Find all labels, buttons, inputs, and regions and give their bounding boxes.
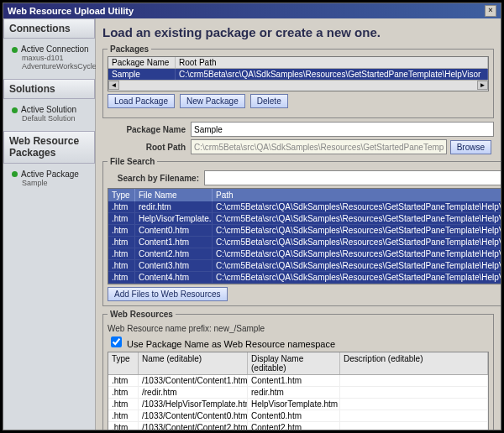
- packages-scrollbar[interactable]: ◄ ►: [108, 80, 488, 91]
- web-resources-grid[interactable]: Type Name (editable) Display Name (edita…: [108, 352, 489, 430]
- connection-server: maxus-d101: [12, 54, 92, 62]
- close-icon[interactable]: ×: [485, 5, 496, 17]
- package-value: Sample: [12, 179, 92, 187]
- file-row[interactable]: .htmHelpVisorTemplate.htmC:\crm5Beta\src…: [108, 213, 501, 225]
- file-row[interactable]: .htmContent0.htmC:\crm5Beta\src\QA\SdkSa…: [108, 225, 501, 237]
- app-window: Web Resource Upload Utility × Connection…: [3, 3, 501, 430]
- package-name-input[interactable]: [191, 122, 494, 137]
- wr-row[interactable]: .htm/redir.htmredir.htm: [108, 387, 488, 399]
- sidebar-connections-body: Active Connection maxus-d101 AdventureWo…: [3, 39, 95, 79]
- package-row[interactable]: Sample C:\crm5Beta\src\QA\SdkSamples\Res…: [108, 69, 488, 80]
- delete-package-button[interactable]: Delete: [250, 94, 288, 108]
- pkg-col-name: Package Name: [108, 57, 176, 68]
- main-panel: Load an existing package or create a new…: [96, 18, 501, 430]
- root-path-label: Root Path: [102, 143, 191, 152]
- sidebar-packages-header[interactable]: Web Resource Packages: [3, 131, 95, 164]
- file-search-legend: File Search: [108, 157, 157, 166]
- scroll-left-icon[interactable]: ◄: [108, 81, 119, 90]
- use-namespace-label: Use Package Name as Web Resource namespa…: [127, 339, 335, 349]
- root-path-input: [191, 139, 447, 154]
- status-dot-icon: [12, 107, 18, 113]
- package-name-label: Package Name: [102, 125, 191, 134]
- file-search-group: File Search Search by Filename: Search T…: [102, 157, 501, 306]
- file-row[interactable]: .htmContent2.htmC:\crm5Beta\src\QA\SdkSa…: [108, 248, 501, 260]
- sidebar-connections-header[interactable]: Connections: [3, 18, 95, 39]
- packages-legend: Packages: [108, 44, 151, 54]
- sidebar-packages-body: Active Package Sample: [3, 164, 95, 196]
- sidebar-solutions-header[interactable]: Solutions: [3, 79, 95, 99]
- status-dot-icon: [12, 47, 18, 53]
- file-search-grid[interactable]: Type File Name Path .htmredir.htmC:\crm5…: [108, 188, 501, 284]
- wr-row[interactable]: .htm/1033/Content/Content2.htmContent2.h…: [108, 422, 488, 430]
- connection-org: AdventureWorksCycle: [12, 62, 92, 70]
- web-resources-legend: Web Resources: [108, 310, 176, 319]
- active-solution-label: Active Solution: [21, 105, 76, 114]
- file-row[interactable]: .htmContent3.htmC:\crm5Beta\src\QA\SdkSa…: [108, 260, 501, 272]
- wr-row[interactable]: .htm/1033/Content/Content1.htmContent1.h…: [108, 375, 488, 387]
- titlebar: Web Resource Upload Utility ×: [3, 3, 501, 18]
- sidebar-solutions-body: Active Solution Default Solution: [3, 99, 95, 131]
- use-namespace-checkbox[interactable]: [111, 336, 122, 347]
- add-files-button[interactable]: Add Files to Web Resources: [108, 287, 228, 301]
- search-label: Search by Filename:: [108, 174, 204, 183]
- wr-row[interactable]: .htm/1033/HelpVisorTemplate.htmHelpVisor…: [108, 399, 488, 410]
- web-resources-group: Web Resources Web Resource name prefix: …: [102, 310, 494, 430]
- wr-prefix-note: Web Resource name prefix: new_/Sample: [108, 324, 489, 333]
- solution-value: Default Solution: [12, 114, 92, 123]
- active-package-label: Active Package: [21, 170, 79, 179]
- wr-row[interactable]: .htm/1033/Content/Content0.htmContent0.h…: [108, 410, 488, 422]
- file-row[interactable]: .htmredir.htmC:\crm5Beta\src\QA\SdkSampl…: [108, 201, 501, 213]
- page-title: Load an existing package or create a new…: [102, 25, 494, 39]
- search-input[interactable]: [204, 170, 501, 185]
- browse-button[interactable]: Browse: [450, 140, 491, 154]
- status-dot-icon: [12, 171, 18, 177]
- packages-group: Packages Package Name Root Path Sample C…: [102, 44, 494, 118]
- pkg-col-root: Root Path: [176, 57, 488, 68]
- active-connection-label: Active Connection: [21, 44, 89, 54]
- sidebar: Connections Active Connection maxus-d101…: [3, 18, 96, 430]
- file-row[interactable]: .htmContent1.htmC:\crm5Beta\src\QA\SdkSa…: [108, 237, 501, 248]
- new-package-button[interactable]: New Package: [180, 94, 245, 108]
- packages-grid[interactable]: Package Name Root Path Sample C:\crm5Bet…: [108, 56, 489, 91]
- scroll-right-icon[interactable]: ►: [477, 81, 488, 90]
- load-package-button[interactable]: Load Package: [108, 94, 175, 108]
- file-row[interactable]: .htmContent4.htmC:\crm5Beta\src\QA\SdkSa…: [108, 272, 501, 284]
- window-title: Web Resource Upload Utility: [8, 6, 134, 16]
